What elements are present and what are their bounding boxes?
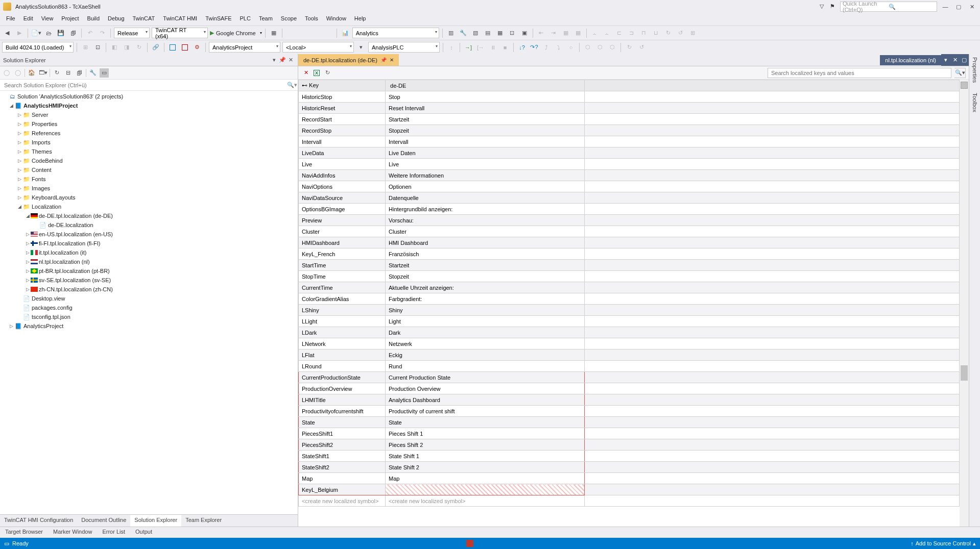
table-row[interactable]: LFlatEckig bbox=[299, 350, 960, 361]
tb-s-11[interactable]: ○ bbox=[566, 42, 576, 53]
save-button[interactable]: 💾 bbox=[56, 28, 66, 38]
scroll-top-button[interactable] bbox=[961, 82, 968, 89]
save-all-button[interactable]: 🗐 bbox=[68, 28, 78, 38]
analytics-icon[interactable]: 📊 bbox=[340, 28, 350, 38]
open-button[interactable]: 🗁 bbox=[43, 28, 54, 38]
table-row[interactable]: HMIDashboardHMI Dashboard bbox=[299, 237, 960, 248]
output-tab-target-browser[interactable]: Target Browser bbox=[0, 527, 48, 538]
table-row[interactable]: LNetworkNetzwerk bbox=[299, 338, 960, 350]
table-row[interactable]: LHMITitleAnalytics Dashboard bbox=[299, 394, 960, 406]
tb-rot-1[interactable]: ↻ bbox=[663, 28, 674, 38]
tb-s-6[interactable]: 🔗 bbox=[151, 42, 161, 53]
tb-s-3[interactable]: ◧ bbox=[109, 42, 119, 53]
table-row[interactable]: StateShift1State Shift 1 bbox=[299, 451, 960, 462]
nav-back-button[interactable]: ◀ bbox=[2, 28, 12, 38]
menu-team[interactable]: Team bbox=[255, 13, 277, 26]
nav-fwd-button[interactable]: ▶ bbox=[14, 28, 25, 38]
tb-step-over-icon[interactable]: ↷? bbox=[529, 42, 539, 53]
tb-wrench-icon[interactable]: 🔧 bbox=[458, 28, 468, 38]
table-row[interactable]: LDarkDark bbox=[299, 327, 960, 338]
filter-icon[interactable]: ▽ bbox=[820, 3, 827, 10]
tb-indent-r[interactable]: ⇥ bbox=[548, 28, 559, 38]
add-to-source-control[interactable]: ↑ Add to Source Control ▴ bbox=[911, 540, 976, 547]
table-row[interactable]: IntervallIntervall bbox=[299, 136, 960, 147]
tb-misc-6[interactable]: ▣ bbox=[519, 28, 530, 38]
solution-explorer-search[interactable]: 🔍▾ bbox=[0, 80, 298, 91]
table-row[interactable]: CurrentProductionStateCurrent Production… bbox=[299, 372, 960, 383]
minimize-button[interactable]: — bbox=[940, 3, 950, 10]
tb-s-stop[interactable]: ■ bbox=[500, 42, 510, 53]
table-row[interactable]: ProductionOverviewProduction Overview bbox=[299, 383, 960, 394]
new-row[interactable]: <create new localized symbol><create new… bbox=[299, 495, 960, 507]
menu-twinsafe[interactable]: TwinSAFE bbox=[201, 13, 235, 26]
maximize-button[interactable]: ▢ bbox=[953, 3, 964, 10]
search-localized-input[interactable] bbox=[768, 68, 951, 78]
tree-item[interactable]: ▷📁KeyboardLayouts bbox=[0, 193, 298, 202]
menu-scope[interactable]: Scope bbox=[277, 13, 301, 26]
run-button[interactable]: ▶Google Chrome▾ bbox=[210, 30, 262, 36]
table-row[interactable]: OptionsBGImageHintergrundbild anzeigen: bbox=[299, 204, 960, 215]
se-preview-button[interactable]: ▭ bbox=[100, 68, 109, 78]
close-button[interactable]: ✕ bbox=[967, 3, 977, 10]
pin-icon[interactable]: 📌 bbox=[380, 57, 387, 63]
table-row[interactable]: ColorGradientAliasFarbgradient: bbox=[299, 293, 960, 305]
tb-misc-5[interactable]: ⊡ bbox=[507, 28, 517, 38]
se-tab-twincat-hmi-configuration[interactable]: TwinCAT HMI Configuration bbox=[0, 515, 77, 527]
tb-misc-4[interactable]: ▦ bbox=[495, 28, 505, 38]
tb-s-pause[interactable]: ⏸ bbox=[488, 42, 498, 53]
column-header-key[interactable]: ⊷ Key bbox=[299, 80, 386, 91]
scroll-thumb[interactable] bbox=[961, 365, 968, 381]
tree-item[interactable]: 📄packages.config bbox=[0, 303, 298, 312]
tree-item[interactable]: ▷📁References bbox=[0, 129, 298, 138]
menu-debug[interactable]: Debug bbox=[104, 13, 128, 26]
tb-misc-3[interactable]: ▤ bbox=[483, 28, 493, 38]
tb-halign-3[interactable]: ⊓ bbox=[639, 28, 649, 38]
search-button[interactable]: 🔍▾ bbox=[954, 68, 966, 78]
table-row[interactable]: ProductivityofcurrentshiftProductivity o… bbox=[299, 406, 960, 417]
tb-halign-2[interactable]: ⊐ bbox=[627, 28, 637, 38]
tb-s-15[interactable]: ↻ bbox=[624, 42, 634, 53]
se-close-button[interactable]: ✕ bbox=[286, 56, 295, 64]
output-tab-output[interactable]: Output bbox=[130, 527, 157, 538]
tb-s-8[interactable]: ↕ bbox=[446, 42, 457, 53]
tree-item[interactable]: ▷sv-SE.tpl.localization (sv-SE) bbox=[0, 276, 298, 285]
solution-tree[interactable]: 🗂Solution 'AnalyticsSolution863' (2 proj… bbox=[0, 91, 298, 514]
tab-max-button[interactable]: ▢ bbox=[960, 54, 969, 66]
menu-tools[interactable]: Tools bbox=[301, 13, 322, 26]
se-showall-button[interactable]: 🗐 bbox=[75, 68, 84, 78]
se-tab-team-explorer[interactable]: Team Explorer bbox=[181, 515, 226, 527]
scrollbar-vertical[interactable] bbox=[960, 80, 969, 527]
column-header-locale[interactable]: de-DE bbox=[386, 80, 585, 91]
tb-s-14[interactable]: ⬡ bbox=[607, 42, 617, 53]
tb-indent-l[interactable]: ⇤ bbox=[536, 28, 546, 38]
close-doc-button[interactable]: ✕ bbox=[301, 68, 310, 78]
tb-valign-2[interactable]: ⫠ bbox=[602, 28, 612, 38]
table-row[interactable]: LShinyShiny bbox=[299, 305, 960, 316]
menu-twincat[interactable]: TwinCAT bbox=[129, 13, 159, 26]
tree-item[interactable]: ◢de-DE.tpl.localization (de-DE) bbox=[0, 211, 298, 220]
tb-s-5[interactable]: ↻ bbox=[134, 42, 144, 53]
tb-s-1[interactable]: ⊞ bbox=[80, 42, 90, 53]
build-dropdown[interactable]: Build 4024.10 (Loaded) bbox=[2, 42, 74, 53]
tb-s-10[interactable]: ⤵ bbox=[554, 42, 564, 53]
output-tab-marker-window[interactable]: Marker Window bbox=[48, 527, 97, 538]
table-row[interactable]: HistoricStopStop bbox=[299, 91, 960, 103]
tree-item[interactable]: ◢📘AnalyticsHMIProject bbox=[0, 101, 298, 110]
tab-list-button[interactable]: ▾ bbox=[941, 54, 950, 66]
menu-help[interactable]: Help bbox=[350, 13, 370, 26]
tb-halign-1[interactable]: ⊏ bbox=[614, 28, 625, 38]
tb-logout-icon[interactable]: [→ bbox=[475, 42, 486, 53]
menu-build[interactable]: Build bbox=[83, 13, 104, 26]
menu-edit[interactable]: Edit bbox=[19, 13, 37, 26]
output-tab-error-list[interactable]: Error List bbox=[97, 527, 130, 538]
menu-plc[interactable]: PLC bbox=[236, 13, 255, 26]
se-fwd-button[interactable]: ◯ bbox=[13, 68, 22, 78]
tb-misc-1[interactable]: ▥ bbox=[446, 28, 456, 38]
se-tab-solution-explorer[interactable]: Solution Explorer bbox=[130, 515, 181, 527]
menu-twincat-hmi[interactable]: TwinCAT HMI bbox=[159, 13, 201, 26]
tree-item[interactable]: ◢📁Localization bbox=[0, 202, 298, 211]
table-row[interactable]: StartTimeStartzeit bbox=[299, 260, 960, 271]
tb-align-1[interactable]: ▦ bbox=[561, 28, 571, 38]
table-row[interactable]: NaviDataSourceDatenquelle bbox=[299, 192, 960, 204]
table-row[interactable]: LiveDataLive Daten bbox=[299, 147, 960, 159]
